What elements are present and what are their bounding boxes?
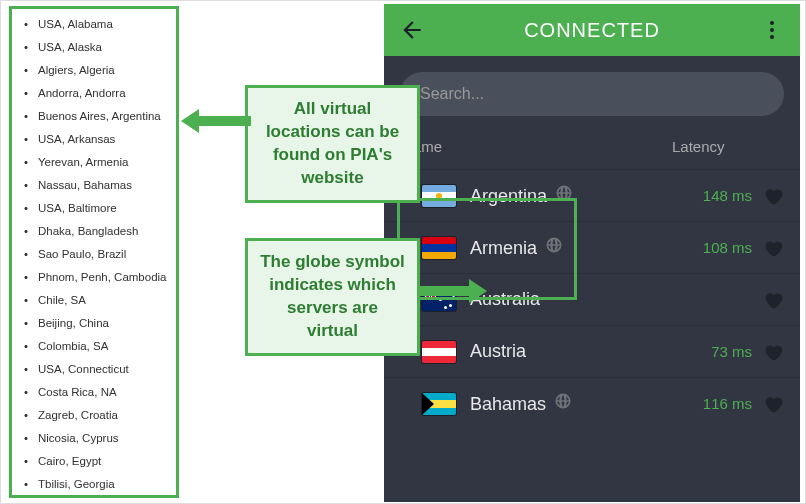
flag-icon [422, 185, 456, 207]
location-item: Andorra, Andorra [28, 82, 168, 105]
callout-globe: The globe symbol indicates which servers… [245, 238, 420, 356]
col-name: Name [402, 138, 672, 155]
server-name: Argentina [470, 184, 682, 207]
location-item: Nassau, Bahamas [28, 174, 168, 197]
location-item: USA, Alaska [28, 36, 168, 59]
location-item: Colombia, SA [28, 335, 168, 358]
location-item: Costa Rica, NA [28, 381, 168, 404]
location-item: Sao Paulo, Brazil [28, 243, 168, 266]
location-item: Phnom, Penh, Cambodia [28, 266, 168, 289]
flag-icon [422, 237, 456, 259]
heart-icon [762, 289, 784, 311]
favorite-button[interactable] [752, 393, 784, 415]
search-placeholder: Search... [420, 85, 484, 103]
location-item: Buenos Aires, Argentina [28, 105, 168, 128]
favorite-button[interactable] [752, 237, 784, 259]
location-item: USA, Arkansas [28, 128, 168, 151]
server-row[interactable]: Austria73 ms [384, 325, 800, 377]
svg-point-1 [770, 28, 774, 32]
latency-value: 108 ms [682, 239, 752, 256]
more-vert-icon [760, 18, 784, 42]
latency-value: 148 ms [682, 187, 752, 204]
location-item: Beijing, China [28, 312, 168, 335]
favorite-button[interactable] [752, 289, 784, 311]
location-item: USA, Connecticut [28, 358, 168, 381]
flag-icon [422, 341, 456, 363]
server-row[interactable]: Bahamas116 ms [384, 377, 800, 429]
favorite-button[interactable] [752, 185, 784, 207]
svg-point-0 [770, 21, 774, 25]
app-header: CONNECTED [384, 4, 800, 56]
location-item: Dhaka, Bangladesh [28, 220, 168, 243]
svg-marker-4 [417, 279, 487, 303]
location-item: Cairo, Egypt [28, 450, 168, 473]
globe-icon [555, 184, 573, 202]
back-button[interactable] [390, 8, 434, 52]
location-item: Yerevan, Armenia [28, 151, 168, 174]
search-input[interactable]: Search... [400, 72, 784, 116]
server-row[interactable]: Argentina148 ms [384, 169, 800, 221]
menu-button[interactable] [750, 8, 794, 52]
svg-marker-3 [181, 109, 251, 133]
location-item: Nicosia, Cyprus [28, 427, 168, 450]
heart-icon [762, 237, 784, 259]
location-item: Zagreb, Croatia [28, 404, 168, 427]
col-latency: Latency [672, 138, 782, 155]
arrow-to-list [181, 106, 251, 136]
heart-icon [762, 185, 784, 207]
server-name: Bahamas [470, 392, 682, 415]
favorite-button[interactable] [752, 341, 784, 363]
server-name: Armenia [470, 236, 682, 259]
callout-website: All virtual locations can be found on PI… [245, 85, 420, 203]
arrow-left-icon [399, 17, 425, 43]
virtual-locations-list: USA, AlabamaUSA, AlaskaAlgiers, AlgeriaA… [9, 6, 179, 498]
globe-icon [545, 236, 563, 254]
flag-icon [422, 393, 456, 415]
list-header: Name Latency [384, 132, 800, 169]
server-name: Australia [470, 289, 682, 310]
globe-icon [554, 392, 572, 410]
location-item: USA, Alabama [28, 13, 168, 36]
server-row[interactable]: Armenia108 ms [384, 221, 800, 273]
heart-icon [762, 341, 784, 363]
server-name: Austria [470, 341, 682, 362]
latency-value: 73 ms [682, 343, 752, 360]
search-container: Search... [384, 56, 800, 132]
header-title: CONNECTED [524, 19, 660, 42]
arrow-to-app [417, 276, 487, 306]
location-item: Chile, SA [28, 289, 168, 312]
svg-point-2 [770, 35, 774, 39]
app-window: CONNECTED Search... Name Latency Argenti… [384, 4, 800, 502]
location-item: USA, Baltimore [28, 197, 168, 220]
latency-value: 116 ms [682, 395, 752, 412]
heart-icon [762, 393, 784, 415]
location-item: Algiers, Algeria [28, 59, 168, 82]
location-item: Tbilisi, Georgia [28, 473, 168, 496]
